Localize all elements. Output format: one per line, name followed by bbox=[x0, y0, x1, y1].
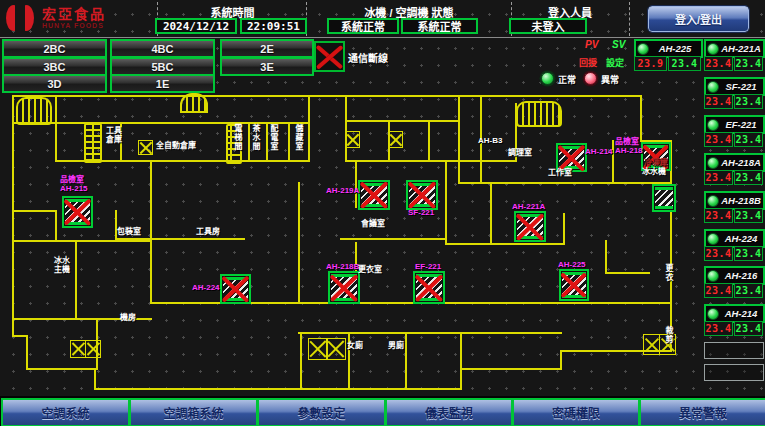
unit-lamp-icon bbox=[707, 157, 719, 169]
nav-button-5[interactable]: 密碼權限 bbox=[512, 398, 640, 426]
floor-button-4bc[interactable]: 4BC bbox=[110, 39, 215, 58]
room-label: 裁剪 bbox=[664, 326, 673, 344]
unit-lamp-icon bbox=[707, 43, 719, 55]
wall-segment bbox=[405, 332, 407, 390]
login-logout-button[interactable]: 登入/登出 bbox=[648, 6, 749, 32]
wall-segment bbox=[12, 95, 14, 337]
map-unit-ah-215[interactable] bbox=[62, 196, 93, 228]
setpoint-header: 設定 bbox=[606, 56, 624, 69]
unit-lamp-icon bbox=[637, 43, 649, 55]
stairs-icon bbox=[516, 101, 562, 127]
floor-button-2bc[interactable]: 2BC bbox=[2, 39, 107, 58]
comm-fail-icon bbox=[314, 41, 345, 72]
header-divider bbox=[629, 2, 630, 36]
unit-name: AH-216 bbox=[719, 270, 763, 281]
wall-segment bbox=[445, 160, 447, 245]
map-unit-ah-225[interactable] bbox=[559, 269, 589, 301]
wall-segment bbox=[55, 210, 57, 242]
floor-button-3e[interactable]: 3E bbox=[220, 57, 314, 76]
wall-segment bbox=[460, 332, 462, 370]
bottom-navbar: 空調系統空調箱系統參數設定儀表監視密碼權限異常警報 bbox=[0, 396, 765, 426]
floor-button-1e[interactable]: 1E bbox=[110, 74, 215, 93]
unit-name: SF-221 bbox=[719, 81, 763, 92]
unit-sv-value: 23.4 bbox=[734, 170, 763, 185]
nav-button-1[interactable]: 空調系統 bbox=[1, 398, 130, 426]
stairs-icon bbox=[180, 93, 208, 113]
wall-segment bbox=[308, 95, 310, 162]
room-label: 工具房 bbox=[196, 227, 220, 236]
wall-segment bbox=[605, 240, 607, 274]
room-label: 工作室 bbox=[548, 168, 572, 177]
wall-segment bbox=[12, 335, 28, 337]
unit-sv-value: 23.4 bbox=[734, 321, 763, 336]
damper-symbol-icon bbox=[643, 334, 660, 355]
unit-pv-value: 23.4 bbox=[704, 283, 733, 298]
map-unit-sf-221[interactable] bbox=[406, 180, 438, 210]
abnormal-lamp-icon bbox=[584, 72, 597, 85]
room-label: 電梯間 bbox=[233, 124, 242, 151]
room-label: 包裝室 bbox=[117, 227, 141, 236]
map-unit-label: AH-218B bbox=[326, 262, 359, 271]
wall-segment bbox=[12, 95, 642, 97]
unit-sv-value: 23.4 bbox=[734, 94, 763, 109]
map-unit-label: SF-221 bbox=[408, 208, 434, 217]
unit-sv-value: 23.4 bbox=[668, 56, 701, 71]
wall-segment bbox=[460, 368, 462, 390]
wall-segment bbox=[298, 182, 300, 304]
room-label: 更衣室 bbox=[358, 265, 382, 274]
wall-segment bbox=[345, 160, 517, 162]
wall-segment bbox=[428, 120, 430, 162]
brand-logo: 宏亞食品 HUNYA FOODS bbox=[4, 3, 106, 33]
ahu-status: 系統正常 bbox=[401, 18, 478, 34]
system-date-value: 2024/12/12 bbox=[155, 18, 237, 34]
unit-name: AH-221A bbox=[719, 43, 763, 54]
brand-name: 宏亞食品 bbox=[42, 7, 106, 22]
nav-button-4[interactable]: 儀表監視 bbox=[385, 398, 513, 426]
floor-button-2e[interactable]: 2E bbox=[220, 39, 314, 58]
nav-button-3[interactable]: 參數設定 bbox=[257, 398, 386, 426]
map-unit-label: EF-221 bbox=[415, 262, 441, 271]
unit-pv-value: 23.9 bbox=[634, 56, 667, 71]
wall-segment bbox=[55, 95, 57, 162]
room-label: 男廁 bbox=[388, 341, 404, 350]
unit-pv-value: 23.4 bbox=[704, 132, 733, 147]
wall-segment bbox=[445, 243, 565, 245]
stairs-icon bbox=[84, 123, 102, 163]
unit-name: AH-225 bbox=[649, 43, 701, 54]
unit-pv-value: 23.4 bbox=[704, 321, 733, 336]
unit-sv-value: 23.4 bbox=[734, 132, 763, 147]
unit-lamp-icon bbox=[707, 195, 719, 207]
unit-pv-value: 23.4 bbox=[704, 94, 733, 109]
brand-mark-icon bbox=[4, 3, 38, 33]
nav-button-6[interactable]: 異常警報 bbox=[639, 398, 765, 426]
map-unit-unit-normal[interactable] bbox=[652, 184, 676, 212]
map-unit-ah-219a[interactable] bbox=[358, 180, 390, 210]
map-unit-ef-221[interactable] bbox=[413, 271, 445, 304]
wall-segment bbox=[248, 122, 250, 162]
sv-header: SV bbox=[612, 39, 625, 50]
room-label: AH-B3 bbox=[478, 136, 502, 145]
floor-button-3d[interactable]: 3D bbox=[2, 74, 107, 93]
comm-fail-label: 通信斷線 bbox=[348, 50, 388, 65]
normal-label: 正常 bbox=[558, 73, 576, 86]
map-unit-ah-221a[interactable] bbox=[514, 211, 546, 242]
map-unit-ah-218b[interactable] bbox=[328, 271, 360, 304]
damper-symbol-icon bbox=[138, 140, 153, 155]
wall-segment bbox=[288, 122, 290, 162]
damper-symbol-icon bbox=[70, 340, 86, 358]
unit-sv-value: 23.4 bbox=[734, 208, 763, 223]
wall-segment bbox=[26, 368, 96, 370]
map-unit-label: AH-221A bbox=[512, 202, 545, 211]
room-label: 儲藏室 bbox=[294, 124, 303, 151]
map-unit-label: AH-225 bbox=[558, 260, 586, 269]
map-unit-ah-224[interactable] bbox=[220, 274, 251, 304]
abnormal-label: 異常 bbox=[601, 73, 619, 86]
unit-pv-value: 23.4 bbox=[704, 56, 733, 71]
damper-symbol-icon bbox=[345, 131, 360, 148]
damper-symbol-icon bbox=[85, 340, 101, 358]
wall-segment bbox=[298, 332, 562, 334]
unit-pv-value: 23.4 bbox=[704, 170, 733, 185]
wall-segment bbox=[458, 95, 460, 184]
nav-button-2[interactable]: 空調箱系統 bbox=[129, 398, 258, 426]
room-label: 冷凍庫 bbox=[644, 158, 668, 167]
